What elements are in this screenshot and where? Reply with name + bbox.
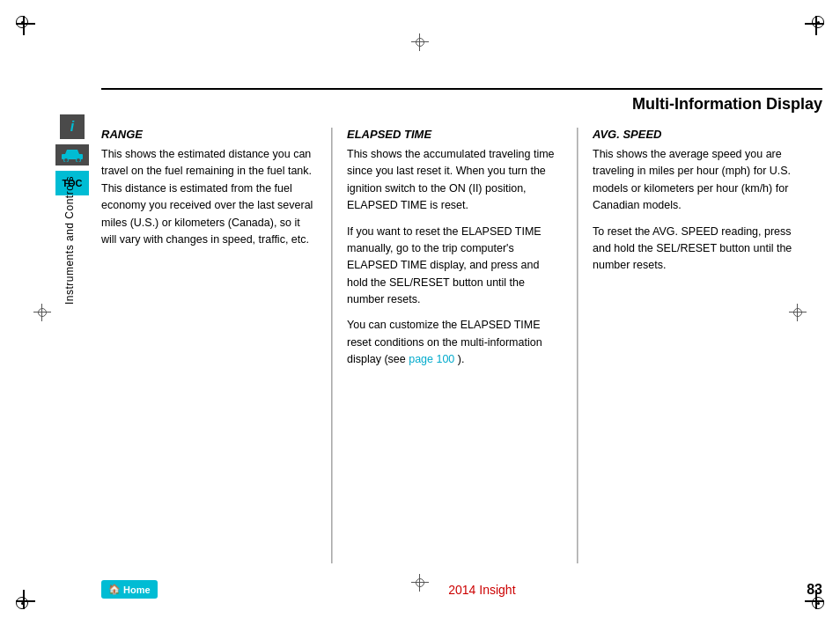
column-avg-speed: AVG. SPEED This shows the average speed … (578, 128, 822, 563)
col-range-heading: RANGE (101, 128, 317, 141)
home-label: Home (123, 585, 151, 595)
info-icon[interactable]: i (60, 114, 85, 139)
car-icon[interactable] (55, 144, 89, 165)
home-button[interactable]: 🏠 Home (101, 580, 158, 599)
home-icon: 🏠 (108, 584, 121, 595)
sidebar: i TOC Instruments and Controls (0, 0, 106, 625)
column-elapsed: ELAPSED TIME This shows the accumulated … (332, 128, 577, 563)
col-avg-speed-body: This shows the average speed you are tra… (593, 146, 808, 275)
svg-point-2 (64, 158, 69, 163)
section-label: Instruments and Controls (63, 176, 76, 305)
footer-title: 2014 Insight (448, 583, 515, 597)
columns-area: RANGE This shows the estimated distance … (101, 128, 822, 563)
footer: 🏠 Home 2014 Insight 83 (101, 580, 822, 599)
col-range-body: This shows the estimated distance you ca… (101, 146, 317, 248)
page-content: Multi-Information Display RANGE This sho… (101, 0, 840, 625)
title-bar: Multi-Information Display (101, 88, 822, 114)
col-avg-speed-heading: AVG. SPEED (593, 128, 808, 141)
page-100-link[interactable]: page 100 (409, 353, 454, 365)
svg-point-3 (77, 158, 81, 163)
col-elapsed-heading: ELAPSED TIME (347, 128, 563, 141)
svg-marker-1 (65, 150, 79, 154)
page-number: 83 (807, 582, 822, 598)
col-elapsed-body: This shows the accumulated traveling tim… (347, 146, 563, 369)
page-title: Multi-Information Display (632, 95, 822, 113)
column-range: RANGE This shows the estimated distance … (101, 128, 331, 563)
